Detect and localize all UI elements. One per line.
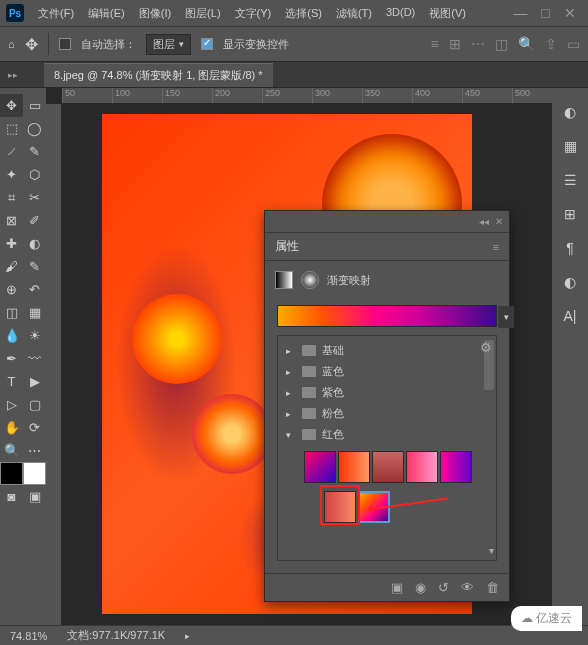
eyedropper-tool[interactable]: ✐ [23,209,46,232]
libraries-panel-icon[interactable]: ⊞ [560,204,580,224]
screen-mode-toggle[interactable]: ▣ [23,485,46,508]
slice-tool[interactable]: ✂ [23,186,46,209]
type-tool[interactable]: T [0,370,23,393]
artboard-tool[interactable]: ▭ [23,94,46,117]
gradient-preview[interactable]: ▾ [277,305,497,327]
menu-3d[interactable]: 3D(D) [380,2,421,25]
hand-tool[interactable]: ✋ [0,416,23,439]
clip-to-layer-icon[interactable]: ▣ [391,580,403,595]
lasso-tool[interactable]: ⟋ [0,140,23,163]
rotate-view-tool[interactable]: ⟳ [23,416,46,439]
pencil-tool[interactable]: ✎ [23,255,46,278]
swatches-panel-icon[interactable]: ▦ [560,136,580,156]
clone-stamp-tool[interactable]: ⊕ [0,278,23,301]
gradient-swatch[interactable] [372,451,404,483]
right-panel-dock: ◐ ▦ ☰ ⊞ ¶ ◐ A| [552,88,588,625]
panel-toggle-icon[interactable]: ▸▸ [8,70,18,80]
panel-close-icon[interactable]: ✕ [495,216,503,227]
crop-tool[interactable]: ⌗ [0,186,23,209]
preset-folder-red[interactable]: ▾红色 [278,424,496,445]
move-tool[interactable]: ✥ [0,94,23,117]
menu-image[interactable]: 图像(I) [133,2,177,25]
window-maximize-icon[interactable]: □ [542,5,550,21]
quick-select-tool[interactable]: ✎ [23,140,46,163]
properties-tab[interactable]: 属性 [275,238,299,255]
spot-heal-tool[interactable]: ✚ [0,232,23,255]
panel-collapse-icon[interactable]: ◂◂ [479,216,489,227]
menu-type[interactable]: 文字(Y) [229,2,278,25]
document-size[interactable]: 文档:977.1K/977.1K [67,628,165,643]
3d-mode-icon[interactable]: ◫ [495,36,508,52]
eraser-tool[interactable]: ◫ [0,301,23,324]
preset-folder-purple[interactable]: ▸紫色 [278,382,496,403]
history-brush-tool[interactable]: ↶ [23,278,46,301]
adjustments-panel-icon[interactable]: ☰ [560,170,580,190]
zoom-tool[interactable]: 🔍 [0,439,23,462]
autoselect-target-dropdown[interactable]: 图层▾ [146,34,191,55]
zoom-level[interactable]: 74.81% [10,630,47,642]
color-panel-icon[interactable]: ◐ [560,102,580,122]
ellipse-marquee-tool[interactable]: ◯ [23,117,46,140]
window-close-icon[interactable]: ✕ [564,5,576,21]
menu-edit[interactable]: 编辑(E) [82,2,131,25]
align-icon[interactable]: ≡ [431,36,439,52]
status-bar: 74.81% 文档:977.1K/977.1K ▸ [0,625,588,645]
gradient-swatch[interactable] [440,451,472,483]
menu-filter[interactable]: 滤镜(T) [330,2,378,25]
frame-tool[interactable]: ⊠ [0,209,23,232]
layers-panel-icon[interactable]: ◐ [560,272,580,292]
more-icon[interactable]: ⋯ [471,36,485,52]
brush-tool[interactable]: 🖌 [0,255,23,278]
gradient-swatch[interactable] [338,451,370,483]
quick-mask-toggle[interactable]: ◙ [0,485,23,508]
autoselect-checkbox[interactable] [59,38,71,50]
patch-tool[interactable]: ◐ [23,232,46,255]
gradient-swatch[interactable] [304,451,336,483]
document-tab[interactable]: 8.jpeg @ 74.8% (渐变映射 1, 图层蒙版/8) * [44,63,273,87]
scroll-down-icon[interactable]: ▾ [489,545,494,556]
show-transform-label: 显示变换控件 [223,37,289,52]
autoselect-label: 自动选择： [81,37,136,52]
panel-menu-icon[interactable]: ≡ [493,241,499,253]
pen-tool[interactable]: ✒ [0,347,23,370]
menu-layer[interactable]: 图层(L) [179,2,226,25]
reset-icon[interactable]: ↺ [438,580,449,595]
blur-tool[interactable]: 💧 [0,324,23,347]
edit-toolbar[interactable]: ⋯ [23,439,46,462]
gradient-swatch[interactable] [406,451,438,483]
foreground-color[interactable] [0,462,23,485]
object-select-tool[interactable]: ⬡ [23,163,46,186]
gear-icon[interactable]: ⚙ [480,340,492,355]
background-color[interactable] [23,462,46,485]
freeform-pen-tool[interactable]: 〰 [23,347,46,370]
magic-wand-tool[interactable]: ✦ [0,163,23,186]
search-icon[interactable]: 🔍 [518,36,535,52]
share-icon[interactable]: ⇪ [545,36,557,52]
gradient-swatch[interactable] [324,491,356,523]
mask-icon[interactable] [301,271,319,289]
show-transform-checkbox[interactable] [201,38,213,50]
visibility-icon[interactable]: 👁 [461,580,474,595]
dodge-tool[interactable]: ☀ [23,324,46,347]
window-minimize-icon[interactable]: — [514,5,528,21]
menu-view[interactable]: 视图(V) [423,2,472,25]
preset-folder-pink[interactable]: ▸粉色 [278,403,496,424]
distribute-icon[interactable]: ⊞ [449,36,461,52]
marquee-tool[interactable]: ⬚ [0,117,23,140]
rectangle-tool[interactable]: ▢ [23,393,46,416]
direct-select-tool[interactable]: ▷ [0,393,23,416]
menu-file[interactable]: 文件(F) [32,2,80,25]
gradient-tool[interactable]: ▦ [23,301,46,324]
menu-select[interactable]: 选择(S) [279,2,328,25]
character-panel-icon[interactable]: A| [560,306,580,326]
delete-icon[interactable]: 🗑 [486,580,499,595]
workspace-icon[interactable]: ▭ [567,36,580,52]
path-select-tool[interactable]: ▶ [23,370,46,393]
home-icon[interactable]: ⌂ [8,38,15,50]
paragraph-panel-icon[interactable]: ¶ [560,238,580,258]
view-previous-icon[interactable]: ◉ [415,580,426,595]
preset-folder-blue[interactable]: ▸蓝色 [278,361,496,382]
gradient-dropdown-icon[interactable]: ▾ [498,306,514,328]
status-expand-icon[interactable]: ▸ [185,631,190,641]
preset-folder-basic[interactable]: ▸基础 [278,340,496,361]
